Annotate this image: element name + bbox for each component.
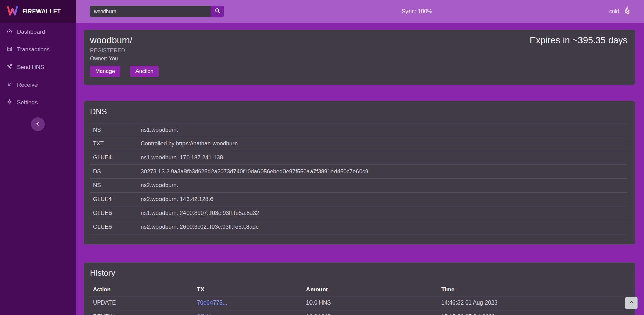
history-time: 14:46:32 01 Aug 2023 — [441, 299, 627, 306]
history-header-tx: TX — [197, 286, 306, 293]
history-table: Action TX Amount Time UPDATE 70e64775...… — [90, 284, 627, 315]
history-action: RENEW — [93, 313, 197, 315]
sidebar-item-dashboard[interactable]: Dashboard — [0, 23, 76, 41]
send-icon — [7, 64, 13, 71]
history-header-amount: Amount — [306, 286, 441, 293]
search-group — [90, 6, 224, 17]
dashboard-icon — [7, 28, 13, 36]
sidebar-item-transactions[interactable]: Transactions — [0, 41, 76, 59]
history-amount: 10.0 HNS — [306, 313, 441, 315]
brand[interactable]: FIREWALLET — [0, 0, 76, 23]
history-time: 15:15:36 07 Jul 2023 — [441, 313, 627, 315]
dns-record-value: 30273 13 2 9a3a8fb3d625d2a2073d740f10da6… — [141, 168, 627, 175]
dns-record-row: NS ns1.woodburn. — [90, 123, 627, 137]
dns-record-value: ns2.woodburn. 2600:3c02::f03c:93ff:fe5a:… — [141, 224, 627, 230]
chevron-left-icon — [35, 121, 41, 128]
sidebar-item-label: Send HNS — [17, 64, 44, 71]
domain-owner: Owner: You — [90, 55, 627, 62]
gear-icon — [7, 99, 13, 106]
dns-record-type: NS — [93, 182, 141, 189]
history-amount: 10.0 HNS — [306, 299, 441, 306]
chevron-up-icon — [629, 300, 634, 307]
wallet-selector[interactable]: cold — [609, 5, 633, 18]
sidebar-nav: Dashboard Transactions Send HNS — [0, 23, 76, 111]
dns-record-type: GLUE4 — [93, 154, 141, 161]
history-row: RENEW 8f2d4a... 10.0 HNS 15:15:36 07 Jul… — [90, 310, 627, 315]
history-header-row: Action TX Amount Time — [90, 284, 627, 296]
dns-record-value: ns1.woodburn. 2400:8907::f03c:93ff:fe5a:… — [141, 210, 627, 217]
tx-link[interactable]: 8f2d4a... — [197, 313, 219, 315]
wallet-name: cold — [609, 8, 619, 15]
dns-table: NS ns1.woodburn. TXT Controlled by https… — [90, 123, 627, 234]
dns-record-row: GLUE6 ns2.woodburn. 2600:3c02::f03c:93ff… — [90, 220, 627, 234]
sidebar-item-settings[interactable]: Settings — [0, 94, 76, 111]
domain-status: REGISTERED — [90, 47, 627, 54]
sidebar-item-label: Dashboard — [17, 29, 45, 36]
dns-record-type: DS — [93, 168, 141, 175]
fire-wallet-icon — [622, 5, 633, 18]
history-header-time: Time — [441, 286, 627, 293]
dns-record-type: GLUE6 — [93, 224, 141, 230]
history-row: UPDATE 70e64775... 10.0 HNS 14:46:32 01 … — [90, 296, 627, 310]
sidebar-collapse-button[interactable] — [31, 117, 45, 131]
auction-button[interactable]: Auction — [130, 66, 159, 77]
history-card: History Action TX Amount Time UPDATE 70e… — [83, 262, 635, 315]
dns-record-row: NS ns2.woodburn. — [90, 179, 627, 193]
dns-record-row: GLUE4 ns1.woodburn. 170.187.241.138 — [90, 151, 627, 165]
receive-icon — [7, 81, 13, 89]
history-card-title: History — [90, 268, 627, 278]
domain-card: woodburn/ Expires in ~395.35 days REGIST… — [83, 30, 635, 85]
domain-expiry: Expires in ~395.35 days — [530, 35, 627, 46]
dns-record-type: GLUE4 — [93, 196, 141, 203]
search-icon — [215, 8, 220, 15]
sidebar-item-send-hns[interactable]: Send HNS — [0, 59, 76, 76]
sidebar-item-label: Settings — [17, 99, 38, 106]
topbar: Sync: 100% cold — [76, 0, 644, 23]
dns-record-row: GLUE6 ns1.woodburn. 2400:8907::f03c:93ff… — [90, 206, 627, 220]
transactions-icon — [7, 46, 13, 53]
dns-card-title: DNS — [90, 107, 627, 117]
dns-record-row: TXT Controlled by https://nathan.woodbur… — [90, 137, 627, 151]
dns-record-row: DS 30273 13 2 9a3a8fb3d625d2a2073d740f10… — [90, 165, 627, 179]
dns-record-type: TXT — [93, 140, 141, 147]
history-header-action: Action — [93, 286, 197, 293]
history-action: UPDATE — [93, 299, 197, 306]
sidebar-item-label: Receive — [17, 82, 38, 88]
dns-record-value: ns1.woodburn. — [141, 127, 627, 133]
sidebar-item-receive[interactable]: Receive — [0, 76, 76, 94]
dns-record-type: NS — [93, 127, 141, 133]
brand-name: FIREWALLET — [22, 8, 61, 15]
dns-record-value: Controlled by https://nathan.woodburn — [141, 140, 627, 147]
main-content: woodburn/ Expires in ~395.35 days REGIST… — [76, 23, 644, 315]
domain-name: woodburn/ — [90, 35, 132, 46]
dns-record-value: ns2.woodburn. 143.42.128.6 — [141, 196, 627, 203]
firewallet-logo-icon — [7, 6, 18, 17]
search-input[interactable] — [90, 6, 211, 17]
dns-record-value: ns1.woodburn. 170.187.241.138 — [141, 154, 627, 161]
sidebar: FIREWALLET Dashboard Tran — [0, 0, 76, 315]
dns-record-type: GLUE6 — [93, 210, 141, 217]
manage-button[interactable]: Manage — [90, 66, 120, 77]
dns-card: DNS NS ns1.woodburn. TXT Controlled by h… — [83, 101, 635, 245]
sidebar-item-label: Transactions — [17, 46, 50, 53]
tx-link[interactable]: 70e64775... — [197, 299, 227, 306]
dns-record-row: GLUE4 ns2.woodburn. 143.42.128.6 — [90, 193, 627, 206]
search-button[interactable] — [211, 6, 224, 17]
sync-status: Sync: 100% — [402, 0, 432, 23]
scroll-to-top-button[interactable] — [625, 297, 638, 309]
dns-record-value: ns2.woodburn. — [141, 182, 627, 189]
